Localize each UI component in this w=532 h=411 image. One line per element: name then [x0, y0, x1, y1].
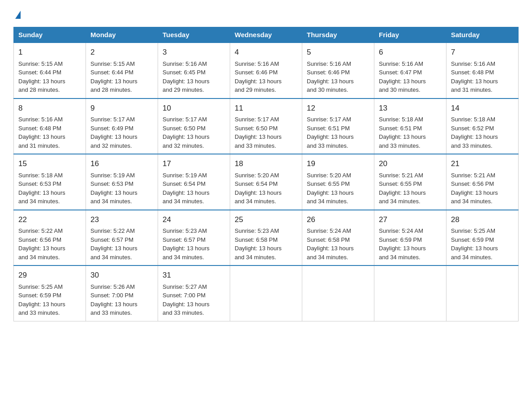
day-number: 22: [18, 214, 81, 226]
calendar-cell: 6Sunrise: 5:16 AMSunset: 6:47 PMDaylight…: [374, 43, 446, 98]
day-number: 6: [379, 47, 442, 58]
day-info: Sunrise: 5:17 AMSunset: 6:50 PMDaylight:…: [235, 115, 297, 150]
day-number: 31: [163, 270, 225, 281]
calendar-cell: 18Sunrise: 5:20 AMSunset: 6:54 PMDayligh…: [230, 154, 302, 210]
header-thursday: Thursday: [302, 27, 374, 43]
calendar-cell: [230, 265, 302, 321]
day-info: Sunrise: 5:25 AMSunset: 6:59 PMDaylight:…: [18, 283, 81, 317]
calendar-cell: 8Sunrise: 5:16 AMSunset: 6:48 PMDaylight…: [14, 98, 86, 154]
calendar-week-row: 29Sunrise: 5:25 AMSunset: 6:59 PMDayligh…: [14, 265, 519, 321]
day-info: Sunrise: 5:22 AMSunset: 6:56 PMDaylight:…: [18, 227, 81, 261]
calendar-cell: 14Sunrise: 5:18 AMSunset: 6:52 PMDayligh…: [446, 98, 519, 154]
calendar-cell: 28Sunrise: 5:25 AMSunset: 6:59 PMDayligh…: [446, 210, 519, 266]
day-number: 23: [90, 214, 153, 226]
header-saturday: Saturday: [446, 27, 519, 43]
calendar-cell: 11Sunrise: 5:17 AMSunset: 6:50 PMDayligh…: [230, 98, 302, 154]
day-number: 18: [235, 158, 297, 170]
day-number: 4: [235, 47, 297, 58]
day-info: Sunrise: 5:19 AMSunset: 6:53 PMDaylight:…: [90, 171, 153, 206]
day-info: Sunrise: 5:19 AMSunset: 6:54 PMDaylight:…: [163, 171, 225, 206]
day-info: Sunrise: 5:16 AMSunset: 6:45 PMDaylight:…: [163, 60, 225, 94]
calendar-cell: 29Sunrise: 5:25 AMSunset: 6:59 PMDayligh…: [14, 265, 86, 321]
calendar-cell: 26Sunrise: 5:24 AMSunset: 6:58 PMDayligh…: [302, 210, 374, 266]
calendar-cell: 31Sunrise: 5:27 AMSunset: 7:00 PMDayligh…: [158, 265, 230, 321]
day-number: 24: [163, 214, 225, 226]
calendar-cell: 10Sunrise: 5:17 AMSunset: 6:50 PMDayligh…: [158, 98, 230, 154]
calendar-cell: 19Sunrise: 5:20 AMSunset: 6:55 PMDayligh…: [302, 154, 374, 210]
day-number: 30: [90, 270, 153, 281]
day-number: 26: [307, 214, 369, 226]
header-tuesday: Tuesday: [158, 27, 230, 43]
day-info: Sunrise: 5:18 AMSunset: 6:53 PMDaylight:…: [18, 171, 81, 206]
calendar-cell: 22Sunrise: 5:22 AMSunset: 6:56 PMDayligh…: [14, 210, 86, 266]
day-info: Sunrise: 5:24 AMSunset: 6:59 PMDaylight:…: [379, 227, 442, 261]
day-info: Sunrise: 5:22 AMSunset: 6:57 PMDaylight:…: [90, 227, 153, 261]
day-number: 16: [90, 158, 153, 170]
calendar-cell: 3Sunrise: 5:16 AMSunset: 6:45 PMDaylight…: [158, 43, 230, 98]
logo-triangle-icon: [15, 11, 21, 19]
day-number: 29: [18, 270, 81, 281]
day-number: 10: [163, 103, 225, 114]
header-wednesday: Wednesday: [230, 27, 302, 43]
calendar-cell: 5Sunrise: 5:16 AMSunset: 6:46 PMDaylight…: [302, 43, 374, 98]
day-number: 20: [379, 158, 442, 170]
day-info: Sunrise: 5:15 AMSunset: 6:44 PMDaylight:…: [90, 60, 153, 94]
calendar-cell: 7Sunrise: 5:16 AMSunset: 6:48 PMDaylight…: [446, 43, 519, 98]
header-friday: Friday: [374, 27, 446, 43]
day-info: Sunrise: 5:21 AMSunset: 6:55 PMDaylight:…: [379, 171, 442, 206]
calendar-cell: 30Sunrise: 5:26 AMSunset: 7:00 PMDayligh…: [86, 265, 158, 321]
day-number: 17: [163, 158, 225, 170]
calendar-cell: 21Sunrise: 5:21 AMSunset: 6:56 PMDayligh…: [446, 154, 519, 210]
calendar-cell: 16Sunrise: 5:19 AMSunset: 6:53 PMDayligh…: [86, 154, 158, 210]
day-info: Sunrise: 5:20 AMSunset: 6:55 PMDaylight:…: [307, 171, 369, 206]
calendar-cell: 2Sunrise: 5:15 AMSunset: 6:44 PMDaylight…: [86, 43, 158, 98]
day-info: Sunrise: 5:21 AMSunset: 6:56 PMDaylight:…: [451, 171, 514, 206]
day-info: Sunrise: 5:23 AMSunset: 6:58 PMDaylight:…: [235, 227, 297, 261]
calendar-week-row: 1Sunrise: 5:15 AMSunset: 6:44 PMDaylight…: [14, 43, 519, 98]
day-info: Sunrise: 5:20 AMSunset: 6:54 PMDaylight:…: [235, 171, 297, 206]
day-number: 8: [18, 103, 81, 114]
day-number: 2: [90, 47, 153, 58]
day-number: 14: [451, 103, 514, 114]
day-info: Sunrise: 5:25 AMSunset: 6:59 PMDaylight:…: [451, 227, 514, 261]
calendar-week-row: 8Sunrise: 5:16 AMSunset: 6:48 PMDaylight…: [14, 98, 519, 154]
calendar-table: SundayMondayTuesdayWednesdayThursdayFrid…: [13, 27, 519, 321]
calendar-week-row: 22Sunrise: 5:22 AMSunset: 6:56 PMDayligh…: [14, 210, 519, 266]
day-number: 21: [451, 158, 514, 170]
calendar-cell: [302, 265, 374, 321]
day-number: 15: [18, 158, 81, 170]
logo: [13, 9, 21, 20]
day-number: 11: [235, 103, 297, 114]
day-info: Sunrise: 5:24 AMSunset: 6:58 PMDaylight:…: [307, 227, 369, 261]
calendar-cell: 12Sunrise: 5:17 AMSunset: 6:51 PMDayligh…: [302, 98, 374, 154]
page-header: [13, 9, 519, 20]
calendar-cell: 17Sunrise: 5:19 AMSunset: 6:54 PMDayligh…: [158, 154, 230, 210]
day-info: Sunrise: 5:18 AMSunset: 6:52 PMDaylight:…: [451, 115, 514, 150]
day-number: 9: [90, 103, 153, 114]
calendar-cell: 15Sunrise: 5:18 AMSunset: 6:53 PMDayligh…: [14, 154, 86, 210]
day-info: Sunrise: 5:16 AMSunset: 6:48 PMDaylight:…: [18, 115, 81, 150]
day-info: Sunrise: 5:16 AMSunset: 6:46 PMDaylight:…: [235, 60, 297, 94]
calendar-cell: 24Sunrise: 5:23 AMSunset: 6:57 PMDayligh…: [158, 210, 230, 266]
day-info: Sunrise: 5:16 AMSunset: 6:46 PMDaylight:…: [307, 60, 369, 94]
day-number: 28: [451, 214, 514, 226]
calendar-cell: 9Sunrise: 5:17 AMSunset: 6:49 PMDaylight…: [86, 98, 158, 154]
calendar-cell: 20Sunrise: 5:21 AMSunset: 6:55 PMDayligh…: [374, 154, 446, 210]
calendar-cell: 23Sunrise: 5:22 AMSunset: 6:57 PMDayligh…: [86, 210, 158, 266]
day-info: Sunrise: 5:17 AMSunset: 6:50 PMDaylight:…: [163, 115, 225, 150]
day-info: Sunrise: 5:15 AMSunset: 6:44 PMDaylight:…: [18, 60, 81, 94]
calendar-cell: [446, 265, 519, 321]
day-info: Sunrise: 5:18 AMSunset: 6:51 PMDaylight:…: [379, 115, 442, 150]
calendar-cell: 25Sunrise: 5:23 AMSunset: 6:58 PMDayligh…: [230, 210, 302, 266]
calendar-cell: 4Sunrise: 5:16 AMSunset: 6:46 PMDaylight…: [230, 43, 302, 98]
day-info: Sunrise: 5:17 AMSunset: 6:51 PMDaylight:…: [307, 115, 369, 150]
calendar-week-row: 15Sunrise: 5:18 AMSunset: 6:53 PMDayligh…: [14, 154, 519, 210]
calendar-header-row: SundayMondayTuesdayWednesdayThursdayFrid…: [14, 27, 519, 43]
day-number: 1: [18, 47, 81, 58]
calendar-cell: 27Sunrise: 5:24 AMSunset: 6:59 PMDayligh…: [374, 210, 446, 266]
header-sunday: Sunday: [14, 27, 86, 43]
day-info: Sunrise: 5:16 AMSunset: 6:47 PMDaylight:…: [379, 60, 442, 94]
header-monday: Monday: [86, 27, 158, 43]
day-number: 25: [235, 214, 297, 226]
logo-blue-text: [13, 12, 21, 20]
